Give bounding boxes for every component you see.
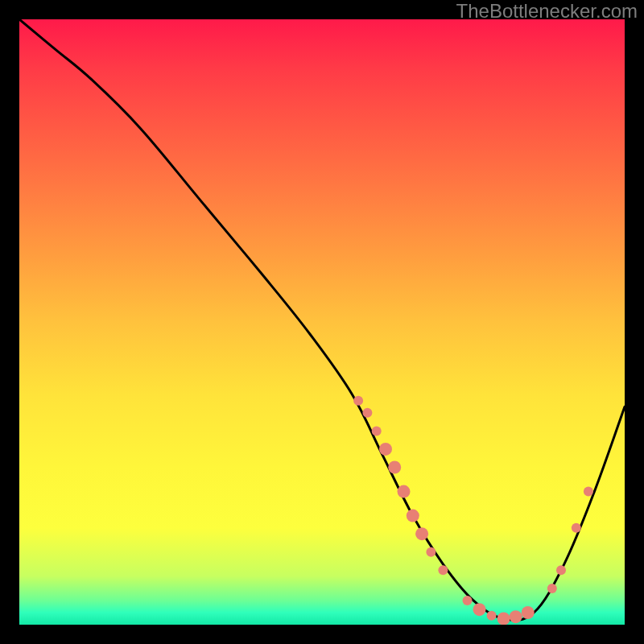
data-marker <box>379 443 392 456</box>
watermark-text: TheBottlenecker.com <box>456 0 638 23</box>
data-marker <box>547 584 557 593</box>
data-marker <box>463 596 473 605</box>
data-marker <box>487 611 497 621</box>
data-marker <box>584 487 593 497</box>
data-markers <box>353 396 593 625</box>
data-marker <box>473 603 486 616</box>
data-marker <box>522 606 535 619</box>
data-marker <box>572 523 581 533</box>
data-marker <box>438 565 448 575</box>
data-marker <box>426 547 436 557</box>
data-marker <box>362 408 372 418</box>
data-marker <box>398 485 411 498</box>
chart-stage: TheBottlenecker.com <box>0 0 644 644</box>
data-marker <box>388 461 401 474</box>
data-marker <box>556 565 566 575</box>
data-marker <box>372 426 382 436</box>
data-marker <box>407 510 419 522</box>
data-marker <box>415 527 428 540</box>
plot-area <box>19 19 625 625</box>
curve-layer <box>19 19 625 625</box>
bottleneck-curve <box>19 19 625 621</box>
data-marker <box>353 396 363 406</box>
data-marker <box>510 610 522 623</box>
data-marker <box>497 613 510 625</box>
